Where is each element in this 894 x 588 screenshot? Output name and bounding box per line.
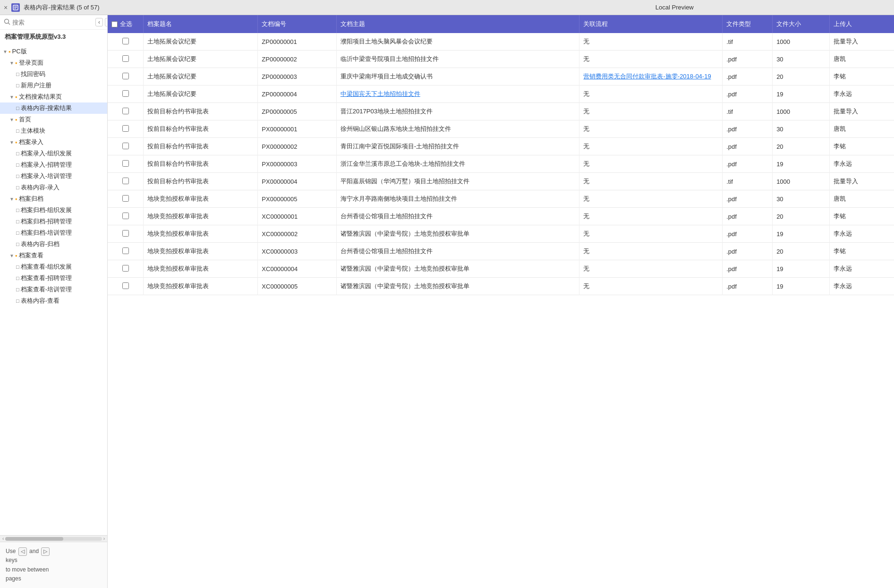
project-title: 档案管理系统原型v3.3: [0, 30, 107, 44]
sidebar-tree-item-20[interactable]: □档案查看-招聘管理: [0, 273, 107, 284]
row-checkbox[interactable]: [122, 195, 129, 202]
folder-icon: ▪: [15, 60, 17, 67]
row-doc-subject: 晋江2017P03地块土地招拍挂文件: [336, 103, 579, 120]
folder-icon: ▪: [15, 196, 17, 203]
sidebar-hscroll[interactable]: ‹ ›: [0, 535, 107, 542]
row-checkbox[interactable]: [122, 265, 129, 272]
hscroll-thumb[interactable]: [5, 537, 63, 541]
sidebar-tree-item-9[interactable]: □档案录入-组织发展: [0, 148, 107, 159]
row-checkbox[interactable]: [122, 108, 129, 114]
row-archive-name: 地块竞拍授权单审批表: [144, 225, 258, 243]
row-related-flow: 无: [579, 103, 723, 120]
row-checkbox[interactable]: [122, 125, 129, 132]
table-row: 土地拓展会议纪要ZP00000003重庆中梁南坪项目土地成交确认书营销费用类无合…: [108, 68, 894, 85]
row-uploader: 唐凯: [830, 120, 894, 138]
row-uploader: 李铭: [830, 208, 894, 225]
sidebar-tree-item-4[interactable]: ▼▪文档搜索结果页: [0, 91, 107, 102]
row-related-flow: 无: [579, 155, 723, 173]
row-related-flow[interactable]: 营销费用类无合同付款审批表-施雯-2018-04-19: [579, 68, 723, 85]
sidebar-tree-item-15[interactable]: □档案归档-招聘管理: [0, 216, 107, 227]
row-checkbox[interactable]: [122, 282, 129, 289]
svg-point-4: [5, 19, 9, 23]
sidebar-tree-item-7[interactable]: □主体模块: [0, 125, 107, 136]
sidebar-tree-item-21[interactable]: □档案查看-培训管理: [0, 284, 107, 295]
row-doc-subject: 诸暨雅滨园（中梁壹号院）土地竞拍授权审批单: [336, 260, 579, 278]
nav-prev-button[interactable]: ‹: [95, 18, 103, 26]
flow-link[interactable]: 营销费用类无合同付款审批表-施雯-2018-04-19: [583, 73, 711, 80]
tree-item-label: 档案查看-培训管理: [21, 285, 72, 294]
row-uploader: 唐凯: [830, 51, 894, 68]
tree-item-label: 档案归档-组织发展: [21, 206, 72, 214]
row-file-size: 20: [773, 68, 830, 85]
row-file-type: .tif: [723, 33, 773, 51]
sidebar-tree-item-16[interactable]: □档案归档-培训管理: [0, 227, 107, 239]
row-doc-subject[interactable]: 中梁国宾天下土地招拍挂文件: [336, 85, 579, 103]
row-file-size: 1000: [773, 103, 830, 120]
sidebar-tree-item-17[interactable]: □表格内容-归档: [0, 239, 107, 250]
key-left-badge: ◁: [18, 547, 27, 556]
sidebar-tree-item-5[interactable]: □表格内容-搜索结果: [0, 102, 107, 114]
hscroll-right-arrow[interactable]: ›: [102, 536, 106, 541]
row-checkbox[interactable]: [122, 178, 129, 184]
sidebar-tree-item-3[interactable]: □新用户注册: [0, 80, 107, 91]
sidebar-tree-item-14[interactable]: □档案归档-组织发展: [0, 205, 107, 216]
top-bar: × 表格内容-搜索结果 (5 of 57) Local Preview: [0, 0, 894, 15]
row-doc-subject: 青田江南中梁百悦国际项目-土地招拍挂文件: [336, 138, 579, 155]
sidebar-tree-item-8[interactable]: ▼▪档案录入: [0, 136, 107, 148]
sidebar-tree-item-6[interactable]: ▼▪首页: [0, 114, 107, 125]
row-doc-code: XC00000002: [258, 225, 337, 243]
select-all-checkbox[interactable]: [111, 21, 118, 27]
sidebar-tree-item-22[interactable]: □表格内容-查看: [0, 295, 107, 307]
row-uploader: 批量导入: [830, 103, 894, 120]
row-checkbox-cell: [108, 103, 144, 120]
row-checkbox[interactable]: [122, 55, 129, 62]
table-row: 土地拓展会议纪要ZP00000002临沂中梁壹号院项目土地招拍挂文件无.pdf3…: [108, 51, 894, 68]
sidebar-tree-item-0[interactable]: ▼▪PC版: [0, 46, 107, 57]
row-checkbox-cell: [108, 190, 144, 208]
search-icon: [4, 18, 10, 26]
search-input[interactable]: [12, 19, 92, 26]
sidebar-tree-item-11[interactable]: □档案录入-培训管理: [0, 170, 107, 182]
hscroll-left-arrow[interactable]: ‹: [1, 536, 5, 541]
row-doc-code: ZP00000003: [258, 68, 337, 85]
sidebar-tree-item-13[interactable]: ▼▪档案归档: [0, 193, 107, 205]
row-doc-code: ZP00000004: [258, 85, 337, 103]
row-file-size: 19: [773, 225, 830, 243]
tree-arrow-icon: ▼: [9, 60, 14, 66]
row-checkbox[interactable]: [122, 230, 129, 237]
page-icon: □: [16, 128, 19, 134]
row-file-size: 19: [773, 260, 830, 278]
row-archive-name: 投前目标合约书审批表: [144, 173, 258, 190]
row-doc-code: ZP00000005: [258, 103, 337, 120]
close-icon[interactable]: ×: [4, 4, 8, 11]
row-checkbox[interactable]: [122, 90, 129, 97]
row-checkbox[interactable]: [122, 213, 129, 219]
row-checkbox[interactable]: [122, 247, 129, 254]
folder-icon: ▪: [15, 94, 17, 101]
row-doc-code: XC00000001: [258, 208, 337, 225]
sidebar-tree-item-1[interactable]: ▼▪登录页面: [0, 57, 107, 68]
page-icon: □: [16, 275, 19, 281]
sidebar-tree-item-12[interactable]: □表格内容-录入: [0, 182, 107, 193]
sidebar-tree-item-10[interactable]: □档案录入-招聘管理: [0, 159, 107, 170]
row-doc-code: XC00000003: [258, 243, 337, 260]
row-checkbox[interactable]: [122, 38, 129, 44]
row-doc-subject: 诸暨雅滨园（中梁壹号院）土地竞拍授权审批单: [336, 225, 579, 243]
row-archive-name: 土地拓展会议纪要: [144, 51, 258, 68]
folder-icon: ▪: [15, 252, 17, 259]
row-archive-name: 投前目标合约书审批表: [144, 103, 258, 120]
row-file-type: .pdf: [723, 208, 773, 225]
row-doc-code: PX00000001: [258, 120, 337, 138]
row-file-type: .pdf: [723, 243, 773, 260]
row-checkbox[interactable]: [122, 143, 129, 149]
row-checkbox[interactable]: [122, 160, 129, 167]
row-checkbox-cell: [108, 155, 144, 173]
subject-link[interactable]: 中梁国宾天下土地招拍挂文件: [341, 90, 420, 97]
tree-item-label: 档案录入-组织发展: [21, 149, 72, 158]
sidebar-tree-item-18[interactable]: ▼▪档案查看: [0, 250, 107, 261]
sidebar-tree-item-2[interactable]: □找回密码: [0, 68, 107, 80]
sidebar-tree-item-19[interactable]: □档案查看-组织发展: [0, 261, 107, 273]
row-uploader: 李铭: [830, 138, 894, 155]
row-checkbox[interactable]: [122, 73, 129, 79]
row-doc-code: PX00000005: [258, 190, 337, 208]
